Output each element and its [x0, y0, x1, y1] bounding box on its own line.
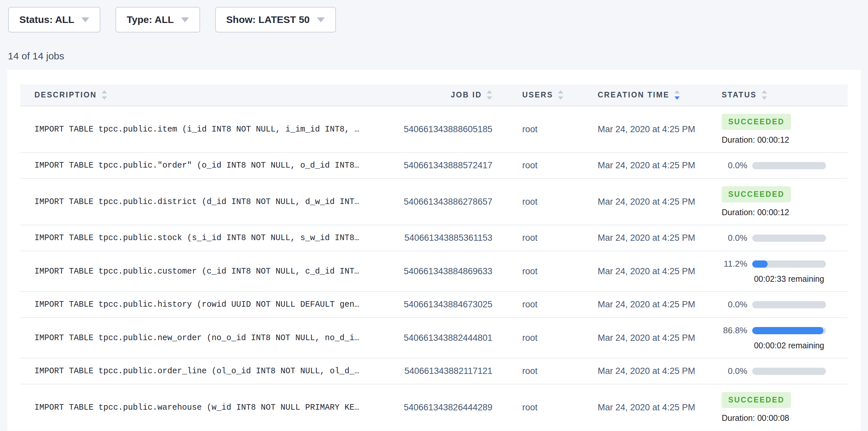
- progress-percent: 0.0%: [722, 300, 747, 310]
- column-header-users[interactable]: USERS: [493, 84, 577, 106]
- job-description: IMPORT TABLE tpcc.public.new_order (no_o…: [34, 333, 359, 343]
- job-user: root: [522, 160, 538, 170]
- status-filter-label: Status: ALL: [19, 14, 74, 25]
- job-id: 540661343884673025: [404, 300, 492, 309]
- sort-arrows-icon: [762, 90, 767, 100]
- show-filter-dropdown[interactable]: Show: LATEST 50: [215, 7, 336, 32]
- column-header-creation-time[interactable]: CREATION TIME: [577, 84, 701, 106]
- job-status-progress: 0.0%: [722, 160, 847, 171]
- job-id: 540661343885361153: [404, 233, 492, 243]
- progress-remaining: 00:00:02 remaining: [752, 341, 826, 350]
- progress-bar: [752, 162, 826, 169]
- job-creation-time: Mar 24, 2020 at 4:25 PM: [598, 366, 695, 376]
- column-header-description[interactable]: DESCRIPTION: [20, 84, 394, 106]
- progress-percent: 11.2%: [722, 259, 747, 269]
- progress-remaining: 00:02:33 remaining: [752, 274, 826, 284]
- chevron-down-icon: [181, 18, 189, 22]
- status-duration: Duration: 00:00:12: [722, 208, 847, 217]
- table-row: IMPORT TABLE tpcc.public.district (d_id …: [20, 179, 848, 225]
- job-status-succeeded: SUCCEEDED Duration: 00:00:08: [722, 392, 847, 423]
- sort-arrows-icon: [558, 90, 563, 100]
- job-description: IMPORT TABLE tpcc.public.district (d_id …: [34, 197, 359, 207]
- job-description: IMPORT TABLE tpcc.public.order_line (ol_…: [34, 366, 359, 376]
- chevron-down-icon: [81, 18, 89, 22]
- table-row: IMPORT TABLE tpcc.public.history (rowid …: [20, 291, 848, 317]
- sort-arrows-icon: [102, 90, 107, 100]
- job-user: root: [522, 333, 538, 343]
- sort-arrows-icon: [487, 90, 492, 100]
- job-creation-time: Mar 24, 2020 at 4:25 PM: [598, 124, 695, 134]
- column-header-job-id[interactable]: JOB ID: [394, 84, 493, 106]
- status-filter-dropdown[interactable]: Status: ALL: [8, 7, 100, 32]
- job-creation-time: Mar 24, 2020 at 4:25 PM: [598, 233, 695, 243]
- job-description: IMPORT TABLE tpcc.public."order" (o_id I…: [34, 161, 359, 170]
- job-status-succeeded: SUCCEEDED Duration: 00:00:12: [722, 186, 847, 217]
- status-badge: SUCCEEDED: [722, 392, 791, 408]
- progress-percent: 0.0%: [722, 366, 747, 376]
- column-header-label: STATUS: [722, 91, 757, 99]
- table-row: IMPORT TABLE tpcc.public.warehouse (w_id…: [20, 384, 848, 430]
- table-row: IMPORT TABLE tpcc.public.new_order (no_o…: [20, 317, 848, 358]
- progress-bar: [752, 368, 826, 375]
- job-user: root: [522, 233, 538, 243]
- chevron-down-icon: [317, 18, 325, 22]
- job-id: 540661343884869633: [404, 266, 492, 276]
- progress-bar: [752, 327, 826, 334]
- job-description: IMPORT TABLE tpcc.public.history (rowid …: [34, 300, 359, 309]
- progress-bar: [752, 301, 826, 308]
- job-status-progress: 0.0%: [722, 300, 847, 310]
- job-description: IMPORT TABLE tpcc.public.warehouse (w_id…: [34, 403, 359, 412]
- show-filter-label: Show: LATEST 50: [226, 14, 310, 25]
- job-creation-time: Mar 24, 2020 at 4:25 PM: [598, 402, 695, 412]
- job-creation-time: Mar 24, 2020 at 4:25 PM: [598, 300, 695, 309]
- table-row: IMPORT TABLE tpcc.public."order" (o_id I…: [20, 153, 848, 179]
- type-filter-label: Type: ALL: [127, 14, 174, 25]
- sort-arrows-icon-active-desc: [675, 90, 680, 100]
- progress-bar-fill: [752, 327, 824, 334]
- progress-bar: [752, 260, 826, 268]
- job-id: 540661343826444289: [404, 402, 492, 412]
- job-id: 540661343886278657: [404, 197, 492, 207]
- job-status-progress: 11.2% 00:02:33 remaining: [722, 259, 847, 284]
- job-user: root: [522, 124, 538, 134]
- job-id: 540661343882117121: [404, 366, 492, 376]
- job-description: IMPORT TABLE tpcc.public.customer (c_id …: [34, 267, 359, 276]
- filter-bar: Status: ALL Type: ALL Show: LATEST 50: [0, 0, 868, 32]
- status-duration: Duration: 00:00:08: [722, 413, 847, 423]
- column-header-status[interactable]: STATUS: [701, 84, 848, 106]
- job-id: 540661343888572417: [404, 160, 492, 170]
- table-header-row: DESCRIPTION JOB ID USERS: [20, 84, 848, 106]
- column-header-label: USERS: [522, 91, 553, 99]
- progress-bar: [752, 235, 826, 242]
- job-id: 540661343882444801: [404, 333, 492, 343]
- status-badge: SUCCEEDED: [722, 114, 791, 130]
- job-description: IMPORT TABLE tpcc.public.item (i_id INT8…: [34, 125, 359, 134]
- job-creation-time: Mar 24, 2020 at 4:25 PM: [598, 266, 695, 276]
- column-header-label: CREATION TIME: [598, 91, 670, 99]
- job-user: root: [522, 266, 538, 276]
- job-id: 540661343888605185: [404, 124, 492, 134]
- jobs-count: 14 of 14 jobs: [8, 51, 868, 61]
- table-row: IMPORT TABLE tpcc.public.customer (c_id …: [20, 251, 848, 291]
- job-creation-time: Mar 24, 2020 at 4:25 PM: [598, 160, 695, 170]
- job-user: root: [522, 197, 538, 207]
- type-filter-dropdown[interactable]: Type: ALL: [116, 7, 200, 32]
- status-badge: SUCCEEDED: [722, 186, 791, 203]
- column-header-label: DESCRIPTION: [34, 91, 97, 99]
- job-status-progress: 86.8% 00:00:02 remaining: [722, 326, 847, 350]
- progress-bar-fill: [752, 260, 768, 268]
- job-description: IMPORT TABLE tpcc.public.stock (s_i_id I…: [34, 233, 359, 243]
- job-user: root: [522, 402, 538, 412]
- jobs-table: DESCRIPTION JOB ID USERS: [20, 84, 848, 430]
- job-user: root: [522, 366, 538, 376]
- job-status-succeeded: SUCCEEDED Duration: 00:00:12: [722, 114, 847, 145]
- job-status-progress: 0.0%: [722, 233, 847, 243]
- job-creation-time: Mar 24, 2020 at 4:25 PM: [598, 197, 695, 207]
- progress-percent: 86.8%: [722, 326, 747, 336]
- job-creation-time: Mar 24, 2020 at 4:25 PM: [598, 333, 695, 343]
- job-user: root: [522, 300, 538, 309]
- column-header-label: JOB ID: [451, 91, 482, 99]
- status-duration: Duration: 00:00:12: [722, 135, 847, 145]
- progress-percent: 0.0%: [722, 160, 747, 171]
- table-row: IMPORT TABLE tpcc.public.order_line (ol_…: [20, 358, 848, 384]
